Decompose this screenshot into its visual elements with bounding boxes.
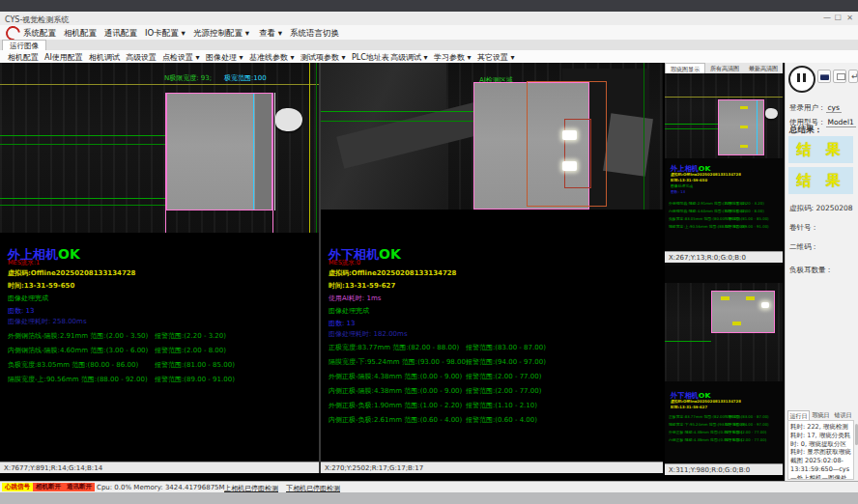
tab-defect-display[interactable]: 瑕疵图显示 <box>665 63 705 73</box>
maximize-icon[interactable]: ☐ <box>835 14 842 22</box>
overlay-line-pink <box>272 93 273 233</box>
menu-light-config[interactable]: 光源控制配置 ▾ <box>193 28 249 40</box>
return-arrow-icon: ↵ <box>851 71 858 81</box>
control-panel: ↵ 登录用户：cys 使用型号：Model1 总结果： 结 果 结 果 虚拟码:… <box>785 63 858 481</box>
electrode-region <box>166 93 272 210</box>
frame-count-label: 图数: 13 <box>8 306 35 316</box>
menu-bar: 系统配置 相机配置 通讯配置 IO卡配置 ▾ 光源控制配置 ▾ 查看 ▾ 系统语… <box>0 25 858 40</box>
tab-highlight-spot <box>562 130 577 140</box>
minimize-icon[interactable]: — <box>823 14 831 22</box>
measure-row: 内侧铜箔线-隔膜:4.60mm 范围:(3.00 - 6.00) <box>8 346 148 355</box>
mini-view-lower[interactable]: 外下相机OK 虚拟码:Offline20250208133134728 时间:1… <box>665 266 783 475</box>
tool-other-set[interactable]: 其它设置 ▾ <box>477 52 515 63</box>
pin-number-label: 卷针号： <box>789 223 818 233</box>
tool-learn-param[interactable]: 学习参数 ▾ <box>434 52 472 63</box>
tool-bar: 相机配置 AI使用配置 相机调试 高级设置 点检设置 ▾ 图像处理 ▾ 基准线参… <box>0 50 858 64</box>
result-box-upper: 结 果 <box>788 136 853 163</box>
comm-status-badge: 通讯断开 <box>64 483 95 491</box>
annotation-width-green: N极限宽度: 93; <box>164 73 212 83</box>
overlay-line-green-v <box>644 63 644 210</box>
camera-image-upper[interactable]: N极限宽度: 93; 极宽范围:100 <box>0 63 319 233</box>
alarm-range: 报警范围:(2.20 - 3.20) <box>155 331 226 341</box>
camera-view-upper[interactable]: N极限宽度: 93; 极宽范围:100 外上相机OK <box>0 63 319 473</box>
decor-edge-band <box>255 94 272 210</box>
total-result-label: 总结果： <box>789 125 822 136</box>
virtual-code-label: 虚拟码:Offline20250208133134728 <box>671 399 741 405</box>
tool-camera-debug[interactable]: 相机调试 <box>89 52 120 63</box>
title-bar: CYS-视觉检测系统 — ☐ ✕ <box>0 12 858 26</box>
measure-row: 隔膜宽度-上:90.56mm 范围:(88.00 - 92.00) <box>8 375 148 384</box>
camera-view-lower[interactable]: AI检测区域 外下相机OK MES流水:0 虚拟码:Offline2025020… <box>321 63 663 473</box>
log-content[interactable]: 耗时: 222, 瑕疵检测耗时: 17, 瑕疵分类耗时: 0, 瑕疵提取分区耗时… <box>787 420 854 480</box>
return-button[interactable]: ↵ <box>848 70 858 83</box>
tab-all-hd-images[interactable]: 所有高清图 <box>705 63 744 73</box>
camera-image-lower[interactable]: AI检测区域 <box>321 63 663 210</box>
tool-camera-config[interactable]: 相机配置 <box>8 52 39 63</box>
time-label: 时间:13-31-59-650 <box>671 178 707 183</box>
result-ok-label: OK <box>58 246 80 262</box>
alarm-range: 报警范围:(2.20 - 3.20) <box>725 201 764 207</box>
menu-view[interactable]: 查看 ▾ <box>259 28 282 40</box>
alarm-range: 报警范围:(89.00 - 91.00) <box>725 224 769 230</box>
mini-image-lower[interactable] <box>665 283 783 381</box>
measure-row: 正极宽度:83.77mm 范围:(82.00 - 88.00) <box>329 343 459 352</box>
tool-spotcheck-set[interactable]: 点检设置 ▾ <box>162 52 200 63</box>
keyboard-lock-button[interactable] <box>817 70 831 83</box>
overlay-line-green <box>665 124 719 125</box>
tab-latest-hd-image[interactable]: 最新高清图 <box>744 63 783 73</box>
pause-button[interactable] <box>788 66 815 93</box>
mes-serial-label: MES流水:0 <box>329 259 360 267</box>
overlay-line-pink <box>165 93 166 233</box>
alarm-range: 报警范围:(2.00 - 77.00) <box>466 372 541 381</box>
pause-icon <box>803 73 806 82</box>
mini-image-upper[interactable] <box>665 73 783 158</box>
virtual-code-field: 虚拟码: 20250208 <box>789 204 853 213</box>
mini-view-upper[interactable]: 外上相机OK 虚拟码:Offline20250208133134728 时间:1… <box>665 73 783 263</box>
monitor-icon <box>837 73 845 80</box>
alarm-range: 报警范围:(83.00 - 87.00) <box>725 414 769 420</box>
model-select[interactable]: Model1 <box>826 118 856 127</box>
measure-row: 外侧正极-负极:1.90mm 范围:(1.00 - 2.20) <box>329 401 462 410</box>
menu-camera-config[interactable]: 相机配置 <box>64 28 97 40</box>
tool-baseline-param[interactable]: 基准线参数 ▾ <box>249 52 295 63</box>
alarm-range: 报警范围:(2.00 - 77.00) <box>725 437 766 443</box>
sidebar-tab-row: 瑕疵图显示 所有高清图 最新高清图 <box>665 63 783 73</box>
tool-advanced-set[interactable]: 高级设置 <box>126 52 157 63</box>
tool-advanced-debug[interactable]: 高级调试 ▾ <box>390 52 428 63</box>
cursor-position-bar: X:311;Y:980;R:0;G:0;B:0 <box>665 463 783 475</box>
alarm-range: 报警范围:(81.00 - 85.00) <box>725 216 769 222</box>
alarm-range: 报警范围:(2.00 - 8.00) <box>155 346 226 355</box>
tool-plc-address[interactable]: PLC地址表 <box>352 52 389 63</box>
frame-count-label: 图数: 13 <box>671 189 685 195</box>
tab-defect-log[interactable]: 瑕疵日志 <box>810 410 832 420</box>
overlay-line-green-v <box>316 63 317 233</box>
menu-io-config[interactable]: IO卡配置 ▾ <box>145 28 186 40</box>
result-ok-label: OK <box>379 246 401 262</box>
alarm-range: 报警范围:(2.00 - 8.00) <box>725 209 764 214</box>
time-label: 时间:13-31-59-650 <box>8 281 74 291</box>
tab-run-image[interactable]: 运行图像 <box>2 40 46 50</box>
tool-ai-config[interactable]: AI使用配置 <box>44 52 83 63</box>
menu-language-switch[interactable]: 系统语言切换 <box>290 28 339 40</box>
glove-object <box>765 108 778 119</box>
qr-code-label: 二维码： <box>789 242 818 252</box>
monitor-button[interactable] <box>833 70 846 83</box>
process-done-label: 图像处理完成 <box>671 183 693 189</box>
menu-system-config[interactable]: 系统配置 <box>23 28 56 40</box>
heartbeat-badge: 心跳信号 <box>2 483 33 491</box>
window-title: CYS-视觉检测系统 <box>5 14 69 25</box>
close-icon[interactable]: ✕ <box>846 14 853 22</box>
menu-comm-config[interactable]: 通讯配置 <box>104 28 137 40</box>
tab-run-log[interactable]: 运行日志 <box>787 410 810 420</box>
tool-image-process[interactable]: 图像处理 ▾ <box>206 52 243 63</box>
pause-icon <box>797 73 800 82</box>
ai-elapsed-label: 使用AI耗时: 1ms <box>329 294 381 303</box>
cpu-memory-label: Cpu: 0.0% Memory: 3424.41796875M <box>97 484 225 491</box>
overlay-rect-red <box>564 119 591 188</box>
tool-test-param[interactable]: 测试项参数 ▾ <box>300 52 346 63</box>
alarm-range: 报警范围:(2.00 - 77.00) <box>466 386 541 396</box>
overlay-mark-yellow <box>732 322 741 325</box>
tab-error-log[interactable]: 错误日志 <box>832 410 854 420</box>
annotation-range-cyan: 极宽范围:100 <box>224 73 267 83</box>
overlay-mark-yellow <box>740 126 748 128</box>
